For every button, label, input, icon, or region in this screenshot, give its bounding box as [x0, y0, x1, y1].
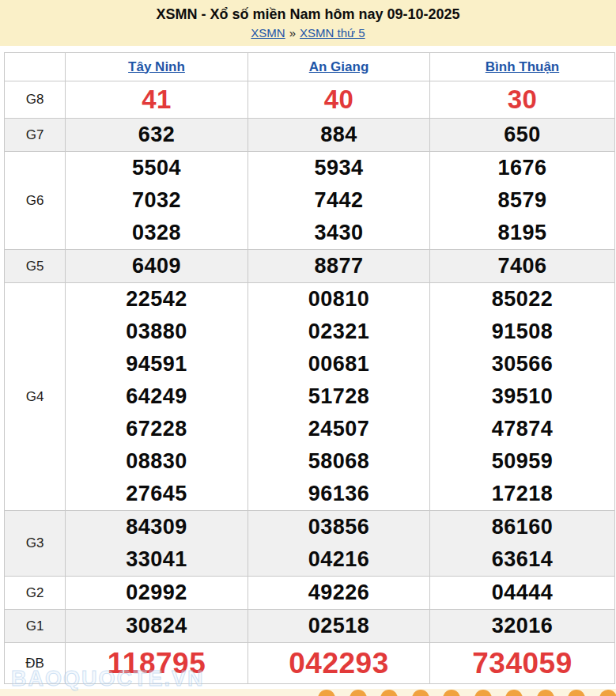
prize-number: 27645: [66, 478, 248, 510]
result-cell: 884: [248, 119, 430, 152]
prize-number: 49226: [248, 577, 429, 609]
prize-number: 042293: [248, 643, 429, 683]
prize-number: 40: [248, 81, 429, 118]
prize-label: ĐB: [5, 643, 66, 684]
lottery-ball-icon: [443, 690, 460, 696]
prize-number: 30: [430, 81, 614, 118]
province-header-tay-ninh: Tây Ninh: [66, 53, 248, 81]
bottom-strip: [0, 689, 616, 696]
results-table-body: G8414030G7632884650G65504703203285934744…: [5, 81, 615, 684]
prize-label: G1: [5, 610, 66, 643]
prize-number: 7406: [430, 250, 614, 282]
page-title: XSMN - Xổ số miền Nam hôm nay 09-10-2025: [0, 6, 616, 23]
lottery-ball-icon: [568, 690, 585, 696]
result-cell: 32016: [430, 610, 615, 643]
prize-row-g8: G8414030: [5, 81, 615, 119]
prize-number: 5934: [248, 152, 429, 184]
results-table: Tây Ninh An Giang Bình Thuận G8414030G76…: [4, 52, 615, 684]
prize-number: 63614: [430, 543, 614, 576]
province-header-row: Tây Ninh An Giang Bình Thuận: [5, 53, 615, 81]
breadcrumb-separator: »: [289, 26, 296, 40]
prize-number: 67228: [66, 413, 248, 445]
result-cell: 042293: [248, 643, 430, 684]
result-cell: 00810023210068151728245075806896136: [248, 283, 430, 511]
lottery-ball-icon: [537, 690, 554, 696]
prize-number: 8195: [430, 217, 614, 249]
prize-number: 30824: [66, 610, 248, 642]
result-cell: 6409: [66, 250, 248, 283]
breadcrumb-link-xsmn[interactable]: XSMN: [251, 26, 285, 40]
prize-number: 5504: [66, 152, 248, 184]
prize-number: 3430: [248, 217, 429, 249]
prize-number: 33041: [66, 543, 248, 576]
prize-number: 884: [248, 119, 429, 151]
prize-number: 118795: [66, 643, 248, 683]
page: XSMN - Xổ số miền Nam hôm nay 09-10-2025…: [0, 0, 616, 696]
prize-label: G3: [5, 511, 66, 577]
result-cell: 22542038809459164249672280883027645: [66, 283, 248, 511]
prize-row-g1: G1308240251832016: [5, 610, 615, 643]
prize-label: G7: [5, 119, 66, 152]
prize-number: 24507: [248, 413, 429, 445]
prize-number: 41: [66, 81, 248, 118]
prize-label: G4: [5, 283, 66, 511]
breadcrumb: XSMN»XSMN thứ 5: [0, 26, 616, 40]
prize-number: 96136: [248, 478, 429, 510]
result-cell: 30: [430, 81, 615, 119]
prize-number: 02518: [248, 610, 429, 642]
result-cell: 30824: [66, 610, 248, 643]
prize-number: 39510: [430, 380, 614, 413]
result-cell: 8430933041: [66, 511, 248, 577]
prize-number: 632: [66, 119, 248, 151]
prize-label: G2: [5, 577, 66, 610]
prize-label: G5: [5, 250, 66, 283]
lottery-ball-icon: [380, 690, 398, 696]
prize-number: 94591: [66, 348, 248, 380]
province-link-an-giang[interactable]: An Giang: [309, 59, 369, 74]
prize-number: 02992: [66, 577, 248, 609]
prize-number: 7442: [248, 184, 429, 217]
province-link-binh-thuan[interactable]: Bình Thuận: [486, 59, 559, 74]
prize-number: 1676: [430, 152, 614, 184]
province-header-binh-thuan: Bình Thuận: [430, 53, 615, 81]
prize-number: 03880: [66, 316, 248, 348]
prize-number: 64249: [66, 380, 248, 413]
prize-number: 734059: [430, 643, 614, 683]
result-cell: 650: [430, 119, 615, 152]
lottery-ball-icon: [350, 690, 367, 696]
prize-row-g3: G3843093304103856042168616063614: [5, 511, 615, 577]
prize-number: 650: [430, 119, 614, 151]
lottery-ball-icon: [412, 690, 429, 696]
prize-number: 08830: [66, 445, 248, 478]
result-cell: 85022915083056639510478745095917218: [430, 283, 615, 511]
prize-column-header: [5, 53, 66, 81]
result-cell: 8877: [248, 250, 430, 283]
prize-number: 32016: [430, 610, 614, 642]
prize-number: 30566: [430, 348, 614, 380]
result-cell: 734059: [430, 643, 615, 684]
prize-number: 04444: [430, 577, 614, 609]
result-cell: 7406: [430, 250, 615, 283]
prize-row-g6: G6550470320328593474423430167685798195: [5, 152, 615, 250]
prize-number: 6409: [66, 250, 248, 282]
result-cell: 02518: [248, 610, 430, 643]
prize-number: 04216: [248, 543, 429, 576]
result-cell: 49226: [248, 577, 430, 610]
result-cell: 632: [66, 119, 248, 152]
province-link-tay-ninh[interactable]: Tây Ninh: [128, 59, 185, 74]
prize-number: 58068: [248, 445, 429, 478]
lottery-ball-icon: [599, 690, 616, 696]
prize-number: 8579: [430, 184, 614, 217]
result-cell: 550470320328: [66, 152, 248, 250]
prize-number: 00810: [248, 283, 429, 316]
prize-number: 47874: [430, 413, 614, 445]
breadcrumb-link-xsmn-thu-5[interactable]: XSMN thứ 5: [300, 26, 365, 40]
result-cell: 40: [248, 81, 430, 119]
lottery-ball-icon: [318, 690, 335, 696]
prize-number: 50959: [430, 445, 614, 478]
result-cell: 04444: [430, 577, 615, 610]
prize-row-g2: G2029924922604444: [5, 577, 615, 610]
prize-row-g5: G5640988777406: [5, 250, 615, 283]
result-cell: 0385604216: [248, 511, 430, 577]
province-header-an-giang: An Giang: [248, 53, 430, 81]
